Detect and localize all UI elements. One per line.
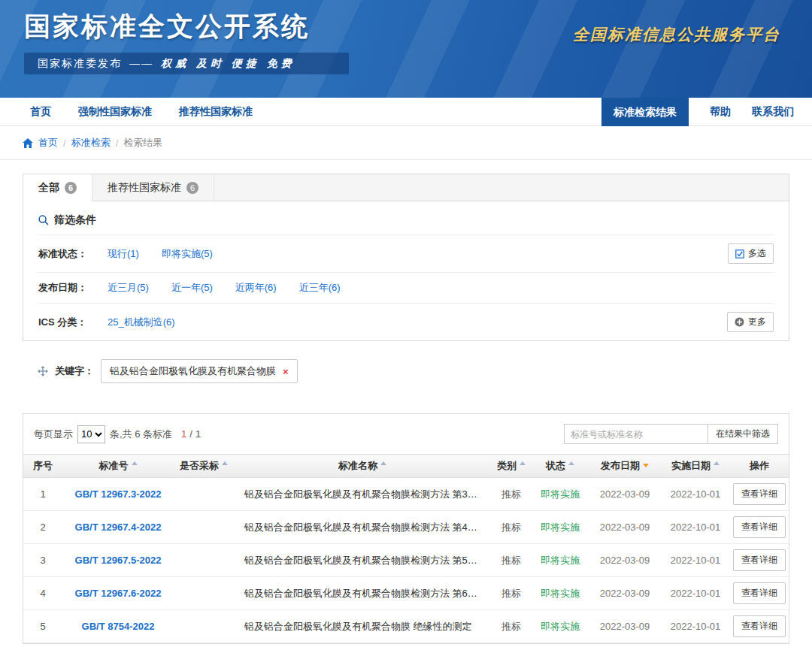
view-detail-button[interactable]: 查看详细 <box>733 516 786 538</box>
multi-select-button[interactable]: 多选 <box>728 243 774 264</box>
sort-asc-icon <box>132 461 138 465</box>
filter-option-ics-25[interactable]: 25_机械制造(6) <box>108 316 175 329</box>
view-detail-button[interactable]: 查看详细 <box>733 615 786 637</box>
filter-conditions-header: 筛选条件 <box>23 201 789 234</box>
status-badge: 即将实施 <box>541 588 580 599</box>
tab-label: 全部 <box>38 181 59 195</box>
col-header-impl-date[interactable]: 实施日期 <box>661 455 730 478</box>
view-detail-button[interactable]: 查看详细 <box>733 582 786 604</box>
standard-name-cell: 铝及铝合金阳极氧化膜及有机聚合物膜检测方法 第6部分：色... <box>234 577 491 610</box>
nav-item-help[interactable]: 帮助 <box>710 105 731 119</box>
filter-row-status: 标准状态： 现行(1) 即将实施(5) 多选 <box>38 234 774 272</box>
filter-option-2years[interactable]: 近两年(6) <box>235 281 277 295</box>
site-banner: 国家标准全文公开系统 全国标准信息公共服务平台 国家标准委发布——权威 及时 便… <box>0 0 812 98</box>
standard-code-link[interactable]: GB/T 12967.5-2022 <box>75 555 162 566</box>
impl-date-cell: 2022-10-01 <box>671 588 721 599</box>
filter-options: 近三月(5) 近一年(5) 近两年(6) 近三年(6) <box>108 281 341 295</box>
view-detail-button[interactable]: 查看详细 <box>733 483 786 505</box>
results-count: 条,共 6 条标准 <box>110 428 172 441</box>
home-icon <box>23 138 33 148</box>
table-header-row: 序号 标准号 是否采标 标准名称 类别 状态 发布日期 实施日期 操作 <box>23 455 789 478</box>
filter-in-results-button[interactable]: 在结果中筛选 <box>707 424 778 444</box>
nav-item-contact[interactable]: 联系我们 <box>752 105 794 119</box>
filter-panel: 全部 6 推荐性国家标准 6 筛选条件 标准状态： 现行(1) 即将实施(5) … <box>23 174 789 341</box>
category-cell: 推标 <box>491 511 532 544</box>
col-header-category[interactable]: 类别 <box>491 455 532 478</box>
adopted-cell <box>174 478 234 511</box>
col-header-publish-date[interactable]: 发布日期 <box>589 455 661 478</box>
col-header-index: 序号 <box>23 455 62 478</box>
publish-date-cell: 2022-03-09 <box>600 555 650 566</box>
results-controls: 每页显示 10 条,共 6 条标准 1/1 在结果中筛选 <box>23 414 789 454</box>
check-square-icon <box>735 249 744 258</box>
nav-item-search-results[interactable]: 标准检索结果 <box>601 98 689 126</box>
close-icon[interactable]: × <box>283 366 289 377</box>
multi-select-label: 多选 <box>748 247 766 260</box>
breadcrumb-search[interactable]: 标准检索 <box>71 136 111 150</box>
standard-code-link[interactable]: GB/T 8754-2022 <box>82 621 155 632</box>
tab-count-badge: 6 <box>186 182 198 194</box>
adopted-cell <box>174 511 234 544</box>
col-header-code[interactable]: 标准号 <box>62 455 174 478</box>
per-page-select[interactable]: 10 <box>77 425 105 443</box>
search-input[interactable] <box>564 424 708 444</box>
publisher-label: 国家标准委发布 <box>38 57 122 69</box>
tab-all[interactable]: 全部 6 <box>23 174 92 201</box>
status-badge: 即将实施 <box>541 522 580 533</box>
index-cell: 4 <box>23 577 62 610</box>
col-header-name[interactable]: 标准名称 <box>234 455 491 478</box>
filter-conditions-title: 筛选条件 <box>54 213 96 227</box>
standard-code-link[interactable]: GB/T 12967.3-2022 <box>75 488 162 500</box>
col-header-status[interactable]: 状态 <box>532 455 589 478</box>
move-arrows-icon <box>38 366 48 376</box>
nav-item-recommended-standards[interactable]: 推荐性国家标准 <box>179 105 253 119</box>
filter-label-status: 标准状态： <box>38 247 108 261</box>
tab-count-badge: 6 <box>65 182 77 194</box>
standard-name-cell: 铝及铝合金阳极氧化膜及有机聚合物膜检测方法 第3部分：盐... <box>234 478 491 511</box>
tab-label: 推荐性国家标准 <box>108 181 181 195</box>
category-cell: 推标 <box>491 478 532 511</box>
standard-name-cell: 铝及铝合金阳极氧化膜及有机聚合物膜检测方法 第4部分：耐... <box>234 511 491 544</box>
filter-option-3months[interactable]: 近三月(5) <box>108 281 149 295</box>
keyword-tag-text: 铝及铝合金阳极氧化膜及有机聚合物膜 <box>110 364 276 378</box>
index-cell: 3 <box>23 544 62 577</box>
filter-option-current[interactable]: 现行(1) <box>108 247 139 261</box>
page-total: 1 <box>195 428 201 440</box>
more-label: 更多 <box>748 316 766 328</box>
status-badge: 即将实施 <box>541 488 580 500</box>
category-cell: 推标 <box>491 577 532 610</box>
view-detail-button[interactable]: 查看详细 <box>733 549 786 571</box>
filter-option-1year[interactable]: 近一年(5) <box>171 281 213 295</box>
col-header-adopted[interactable]: 是否采标 <box>174 455 234 478</box>
filter-option-upcoming[interactable]: 即将实施(5) <box>162 247 213 261</box>
filter-label-publish-date: 发布日期： <box>38 281 108 295</box>
plus-circle-icon <box>735 317 744 327</box>
page-current: 1 <box>181 428 186 440</box>
standard-name-cell: 铝及铝合金阳极氧化膜及有机聚合物膜检测方法 第5部分：抗... <box>234 544 491 577</box>
standard-code-link[interactable]: GB/T 12967.4-2022 <box>75 522 162 533</box>
filter-option-3years[interactable]: 近三年(6) <box>299 281 341 295</box>
filter-row-ics: ICS 分类： 25_机械制造(6) 更多 <box>38 303 774 340</box>
keyword-tag[interactable]: 铝及铝合金阳极氧化膜及有机聚合物膜 × <box>101 359 298 383</box>
breadcrumb: 首页 / 标准检索 / 检索结果 <box>0 126 812 160</box>
adopted-cell <box>174 544 234 577</box>
more-button[interactable]: 更多 <box>727 312 774 332</box>
nav-item-home[interactable]: 首页 <box>30 105 51 119</box>
subtitle-dash: —— <box>129 57 153 69</box>
adopted-cell <box>174 610 234 643</box>
col-header-actions: 操作 <box>730 455 789 478</box>
standard-name-cell: 铝及铝合金阳极氧化膜及有机聚合物膜 绝缘性的测定 <box>234 610 491 643</box>
breadcrumb-home[interactable]: 首页 <box>38 136 58 150</box>
sort-asc-icon <box>222 461 228 465</box>
publish-date-cell: 2022-03-09 <box>600 488 650 500</box>
result-tabs: 全部 6 推荐性国家标准 6 <box>23 174 789 201</box>
nav-item-mandatory-standards[interactable]: 强制性国家标准 <box>78 105 152 119</box>
results-panel: 每页显示 10 条,共 6 条标准 1/1 在结果中筛选 序号 标准号 是否采 <box>23 413 789 644</box>
adopted-cell <box>174 577 234 610</box>
standard-code-link[interactable]: GB/T 12967.6-2022 <box>75 588 162 599</box>
table-row: 3 GB/T 12967.5-2022 铝及铝合金阳极氧化膜及有机聚合物膜检测方… <box>23 544 789 577</box>
index-cell: 1 <box>23 478 62 511</box>
tab-recommended-standards[interactable]: 推荐性国家标准 6 <box>92 174 214 201</box>
site-title: 国家标准全文公开系统 <box>24 9 310 44</box>
impl-date-cell: 2022-10-01 <box>671 555 721 566</box>
